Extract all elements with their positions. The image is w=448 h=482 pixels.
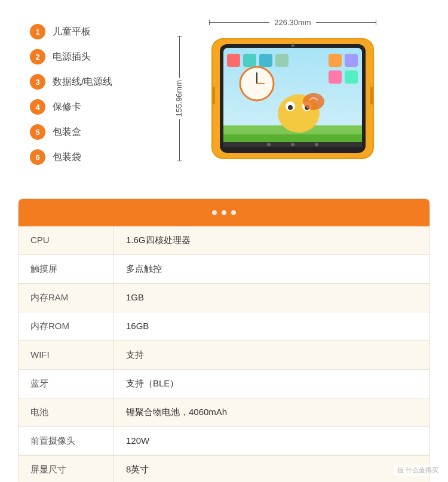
- dim-width: 226.30mm: [209, 18, 376, 27]
- spec-row: 蓝牙 支持（BLE）: [19, 370, 429, 398]
- svg-rect-30: [370, 87, 373, 105]
- item-label: 包装盒: [53, 126, 81, 139]
- spec-row: 屏显尺寸 8英寸: [19, 456, 429, 482]
- spec-key: 前置摄像头: [19, 427, 114, 455]
- dot-2: [222, 210, 226, 215]
- svg-rect-29: [213, 87, 215, 105]
- svg-point-27: [315, 143, 318, 146]
- item-label: 保修卡: [53, 101, 81, 113]
- spec-row: 电池 锂聚合物电池，4060mAh: [19, 398, 429, 427]
- spec-key: 内存RAM: [19, 284, 114, 312]
- watermark: 值 什么值得买: [394, 465, 442, 476]
- spec-key: 蓝牙: [19, 370, 114, 398]
- spec-val: 1GB: [114, 284, 429, 312]
- spec-card: CPU 1.6G四核处理器 触摸屏 多点触控 内存RAM 1GB 内存ROM 1…: [18, 198, 430, 482]
- spec-header: [19, 199, 429, 226]
- item-row: 2 电源插头: [30, 49, 149, 65]
- tablet-area: 226.30mm 155.96mm: [161, 18, 424, 161]
- svg-rect-18: [259, 54, 272, 67]
- spec-row: CPU 1.6G四核处理器: [19, 226, 429, 255]
- item-list: 1 儿童平板 2 电源插头 3 数据线/电源线 4 保修卡 5 包装盒 6 包装…: [30, 18, 149, 174]
- spec-row: WIFI 支持: [19, 341, 429, 370]
- svg-point-15: [303, 93, 324, 110]
- spec-row: 前置摄像头 120W: [19, 427, 429, 456]
- spec-key: 屏显尺寸: [19, 456, 114, 482]
- item-row: 1 儿童平板: [30, 24, 149, 39]
- svg-rect-23: [345, 70, 358, 84]
- tablet-image: [209, 36, 376, 161]
- spec-table: CPU 1.6G四核处理器 触摸屏 多点触控 内存RAM 1GB 内存ROM 1…: [19, 226, 429, 482]
- item-row: 6 包装袋: [30, 149, 149, 165]
- spec-val: 120W: [114, 427, 429, 455]
- item-number: 1: [30, 24, 45, 39]
- item-number: 2: [30, 49, 45, 65]
- svg-rect-16: [227, 54, 240, 67]
- spec-row: 内存RAM 1GB: [19, 284, 429, 312]
- spec-key: WIFI: [19, 341, 114, 369]
- top-section: 1 儿童平板 2 电源插头 3 数据线/电源线 4 保修卡 5 包装盒 6 包装…: [0, 0, 448, 186]
- spec-section: CPU 1.6G四核处理器 触摸屏 多点触控 内存RAM 1GB 内存ROM 1…: [0, 186, 448, 482]
- spec-row: 触摸屏 多点触控: [19, 255, 429, 284]
- dim-height: 155.96mm: [174, 36, 183, 161]
- spec-val: 1.6G四核处理器: [114, 226, 429, 254]
- svg-rect-17: [243, 54, 256, 67]
- item-label: 数据线/电源线: [53, 76, 112, 88]
- svg-point-26: [291, 143, 294, 146]
- svg-rect-21: [345, 54, 358, 67]
- svg-rect-19: [275, 54, 289, 67]
- tablet-wrapper: 226.30mm 155.96mm: [209, 36, 376, 161]
- height-label: 155.96mm: [174, 78, 183, 119]
- spec-key: 电池: [19, 398, 114, 426]
- spec-val: 锂聚合物电池，4060mAh: [114, 398, 429, 426]
- item-number: 4: [30, 99, 45, 115]
- spec-key: 内存ROM: [19, 312, 114, 340]
- svg-point-13: [288, 105, 293, 110]
- spec-key: 触摸屏: [19, 255, 114, 283]
- svg-point-28: [291, 44, 294, 47]
- spec-val: 支持: [114, 341, 429, 369]
- svg-rect-22: [329, 70, 342, 84]
- spec-key: CPU: [19, 226, 114, 254]
- width-label: 226.30mm: [269, 18, 315, 27]
- dot-1: [212, 210, 217, 215]
- item-row: 3 数据线/电源线: [30, 74, 149, 90]
- item-row: 5 包装盒: [30, 124, 149, 140]
- item-label: 电源插头: [53, 51, 91, 63]
- spec-val: 支持（BLE）: [114, 370, 429, 398]
- spec-val: 16GB: [114, 312, 429, 340]
- spec-val: 8英寸: [114, 456, 429, 482]
- spec-val: 多点触控: [114, 255, 429, 283]
- item-label: 包装袋: [53, 151, 81, 164]
- item-number: 3: [30, 74, 45, 90]
- dot-3: [231, 210, 236, 215]
- item-row: 4 保修卡: [30, 99, 149, 115]
- item-number: 6: [30, 149, 45, 165]
- svg-point-25: [267, 143, 271, 146]
- svg-rect-20: [329, 54, 342, 67]
- item-label: 儿童平板: [53, 26, 91, 38]
- item-number: 5: [30, 124, 45, 140]
- spec-row: 内存ROM 16GB: [19, 312, 429, 341]
